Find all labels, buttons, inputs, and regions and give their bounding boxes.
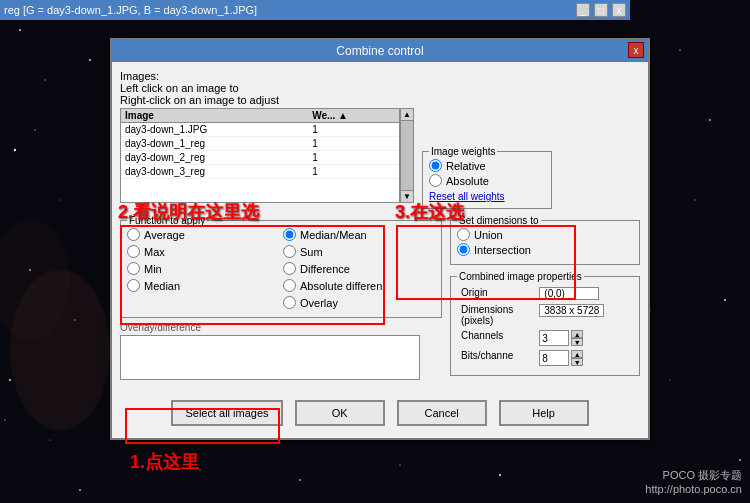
union-label: Union [474, 229, 503, 241]
abs-diff-row: Absolute differen [283, 279, 435, 292]
table-row[interactable]: day3-down_3_reg 1 [121, 165, 399, 179]
bottom-buttons: Select all images OK Cancel Help [120, 394, 640, 430]
max-label: Max [144, 246, 165, 258]
svg-point-18 [739, 459, 741, 461]
union-row: Union [457, 228, 633, 241]
median-radio[interactable] [127, 279, 140, 292]
images-description: Images: Left click on an image to Right-… [120, 70, 414, 106]
table-row[interactable]: day3-down_1_reg 1 [121, 137, 399, 151]
list-scrollbar[interactable]: ▲ ▼ [400, 108, 414, 203]
bits-spinner-btns: ▲ ▼ [571, 350, 583, 366]
help-button[interactable]: Help [499, 400, 589, 426]
outer-window-titlebar: reg [G = day3-down_1.JPG, B = day3-down_… [0, 0, 630, 20]
channels-row: Channels ▲ ▼ [459, 329, 631, 347]
outer-window-title: reg [G = day3-down_1.JPG, B = day3-down_… [4, 4, 257, 16]
median-mean-radio[interactable] [283, 228, 296, 241]
relative-radio[interactable] [429, 159, 442, 172]
difference-row: Difference [283, 262, 435, 275]
images-list[interactable]: Image We... ▲ day3-down_1.JPG 1 [120, 108, 400, 203]
intersection-radio[interactable] [457, 243, 470, 256]
average-row: Average [127, 228, 279, 241]
reset-weights-link[interactable]: Reset all weights [429, 191, 545, 202]
overlay-section: Overlay/difference [120, 322, 442, 382]
svg-point-15 [694, 199, 695, 200]
svg-point-12 [4, 419, 6, 421]
svg-point-4 [60, 200, 61, 201]
overlay-label: Overlay/difference [120, 322, 442, 333]
channels-spinner: ▲ ▼ [539, 330, 629, 346]
svg-point-7 [9, 379, 11, 381]
select-all-button[interactable]: Select all images [171, 400, 282, 426]
channels-label: Channels [459, 329, 535, 347]
bits-decrement[interactable]: ▼ [571, 358, 583, 366]
median-row: Median [127, 279, 279, 292]
average-label: Average [144, 229, 185, 241]
dimensions-value: 3838 x 5728 [539, 304, 604, 317]
sum-radio[interactable] [283, 245, 296, 258]
minimize-btn[interactable]: _ [576, 3, 590, 17]
image-name: day3-down_3_reg [121, 165, 308, 179]
maximize-btn[interactable]: □ [594, 3, 608, 17]
scroll-down-btn[interactable]: ▼ [401, 190, 413, 202]
function-grid: Average Median/Mean Max Sum [127, 228, 435, 311]
channels-spinner-btns: ▲ ▼ [571, 330, 583, 346]
function-to-apply-group: Function to apply Average Median/Mean [120, 215, 442, 318]
absolute-label: Absolute [446, 175, 489, 187]
watermark: POCO 摄影专题 http://photo.poco.cn [645, 468, 742, 495]
svg-point-16 [724, 299, 726, 301]
channels-input[interactable] [539, 330, 569, 346]
table-row[interactable]: day3-down_2_reg 1 [121, 151, 399, 165]
difference-radio[interactable] [283, 262, 296, 275]
overlay-textarea[interactable] [120, 335, 420, 380]
svg-point-13 [679, 49, 681, 51]
combined-props-legend: Combined image properties [457, 271, 584, 282]
cancel-button[interactable]: Cancel [397, 400, 487, 426]
svg-point-8 [49, 439, 50, 440]
close-outer-btn[interactable]: x [612, 3, 626, 17]
max-radio[interactable] [127, 245, 140, 258]
absolute-radio[interactable] [429, 174, 442, 187]
overlay-row: Overlay [283, 296, 435, 309]
svg-point-21 [399, 464, 400, 465]
dialog-title: Combine control [336, 44, 423, 58]
svg-point-3 [14, 149, 16, 151]
middle-section: Function to apply Average Median/Mean [120, 215, 640, 388]
abs-diff-label: Absolute differen [300, 280, 382, 292]
watermark-line2: http://photo.poco.cn [645, 483, 742, 495]
table-row[interactable]: day3-down_1.JPG 1 [121, 123, 399, 137]
col-weight: We... ▲ [308, 109, 399, 123]
svg-point-2 [44, 79, 45, 80]
svg-point-17 [669, 379, 670, 380]
images-section: Images: Left click on an image to Right-… [120, 70, 414, 203]
image-weight: 1 [308, 137, 399, 151]
min-radio[interactable] [127, 262, 140, 275]
set-dimensions-legend: Set dimensions to [457, 215, 541, 226]
bits-label: Bits/channe [459, 349, 535, 367]
channels-decrement[interactable]: ▼ [571, 338, 583, 346]
relative-label: Relative [446, 160, 486, 172]
union-radio[interactable] [457, 228, 470, 241]
dialog-close-button[interactable]: x [628, 42, 644, 58]
intersection-label: Intersection [474, 244, 531, 256]
min-row: Min [127, 262, 279, 275]
dimensions-label: Dimensions (pixels) [459, 303, 535, 327]
channels-increment[interactable]: ▲ [571, 330, 583, 338]
scroll-up-btn[interactable]: ▲ [401, 109, 413, 121]
dimensions-row: Dimensions (pixels) 3838 x 5728 [459, 303, 631, 327]
bits-input[interactable] [539, 350, 569, 366]
watermark-line1: POCO 摄影专题 [645, 468, 742, 483]
average-radio[interactable] [127, 228, 140, 241]
bits-increment[interactable]: ▲ [571, 350, 583, 358]
svg-point-20 [299, 479, 301, 481]
left-middle: Function to apply Average Median/Mean [120, 215, 442, 388]
props-table: Origin (0,0) Dimensions (pixels) 3838 x … [457, 284, 633, 369]
median-label: Median [144, 280, 180, 292]
combined-props-group: Combined image properties Origin (0,0) D… [450, 271, 640, 376]
abs-diff-radio[interactable] [283, 279, 296, 292]
image-weight: 1 [308, 165, 399, 179]
bits-spinner: ▲ ▼ [539, 350, 629, 366]
svg-point-22 [499, 474, 501, 476]
ok-button[interactable]: OK [295, 400, 385, 426]
svg-point-10 [34, 129, 35, 130]
overlay-radio[interactable] [283, 296, 296, 309]
